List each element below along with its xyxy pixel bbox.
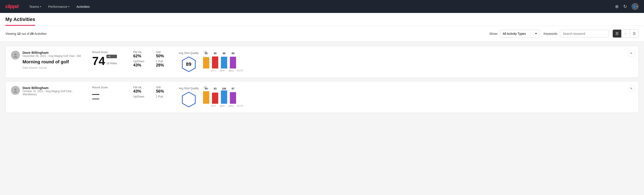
stat-label: FW Hit: [133, 51, 150, 54]
bar-container: [230, 55, 236, 68]
bar-col-arg: 106: [221, 87, 227, 104]
activities-list: Dave Billingham December 05, 2021 - Gog …: [0, 42, 644, 117]
bar-label-putt: 87: [232, 87, 234, 90]
stats-grid: FW Hit 43% GIR 56% Up/Down 1 Putt: [133, 86, 174, 98]
score-number: 74: [92, 55, 105, 67]
filter-keywords: Keywords:: [544, 30, 609, 38]
stat-value: 50%: [156, 54, 174, 58]
user-info: Dave Billingham December 05, 2021 - Gog …: [22, 51, 81, 70]
bar-label-arg: 89: [223, 52, 226, 55]
round-score-label: Round Score: [92, 86, 128, 89]
bar-chart-inner: 100 50 0 94 83 106: [203, 86, 633, 104]
avatar: [11, 51, 20, 60]
bar-fill: [212, 92, 218, 104]
stat-item: FW Hit 43%: [133, 86, 150, 94]
card-user: Dave Billingham October 16, 2021 - Gog M…: [11, 86, 87, 98]
stat-item: GIR 50%: [156, 51, 174, 58]
stat-value: 28%: [156, 63, 174, 68]
compact-view-button[interactable]: ☰: [630, 30, 638, 38]
svg-point-3: [14, 88, 16, 91]
bar-container: [230, 90, 236, 104]
user-info: Dave Billingham October 16, 2021 - Gog M…: [22, 86, 87, 98]
nav-activities[interactable]: Activities: [76, 5, 90, 8]
stat-label: 1 Putt: [156, 60, 174, 63]
stat-label: GIR: [156, 86, 174, 89]
activity-type-select[interactable]: All Activity Types: [500, 30, 540, 38]
refresh-icon[interactable]: ↻: [623, 4, 627, 9]
score-holes: 18 Holes: [106, 62, 117, 65]
user-date: October 16, 2021 - Gog Magog Golf Club -…: [22, 90, 87, 96]
bar-axis-labels: OTTAPPARGPUTT: [203, 105, 633, 107]
edit-button[interactable]: ✎: [628, 85, 635, 92]
activity-title: Morning round of golf: [22, 59, 81, 64]
nav-teams[interactable]: Teams ▾: [29, 5, 41, 8]
stat-item: Up/Down 43%: [133, 60, 150, 68]
stat-label: GIR: [156, 51, 174, 54]
search-input[interactable]: [560, 30, 609, 38]
navbar: clippd Teams ▾ Performance ▾ Activities …: [0, 0, 644, 13]
stat-item: Up/Down: [133, 95, 150, 98]
activity-card: Dave Billingham December 05, 2021 - Gog …: [5, 46, 639, 78]
bar-fill: [221, 90, 227, 104]
nav-performance[interactable]: Performance ▾: [48, 5, 70, 8]
filter-bar: Viewing 12 out of 29 Activities Show: Al…: [0, 26, 644, 42]
bar-container: [221, 55, 227, 68]
bar-col-arg: 89: [221, 52, 227, 68]
list-view-icon: ☰: [616, 32, 618, 36]
hexagon: 89: [181, 56, 196, 72]
hexagon-wrapper: Avg Shot Quality 89: [179, 52, 198, 72]
bar-fill: [230, 92, 236, 104]
edit-icon: ✎: [630, 52, 632, 55]
stat-item: 1 Putt 28%: [156, 60, 174, 68]
bar-container: [203, 90, 209, 104]
bar-axis-labels: OTTAPPARGPUTT: [203, 70, 633, 72]
card-user: Dave Billingham December 05, 2021 - Gog …: [11, 51, 87, 70]
stat-value: 62%: [133, 54, 150, 58]
grid-view-button[interactable]: ⁛: [622, 30, 630, 38]
bar-fill: [212, 56, 218, 68]
stats-grid: FW Hit 62% GIR 50% Up/Down 43% 1 Putt 28…: [133, 51, 174, 68]
filter-viewing-text: Viewing 12 out of 29 Activities: [5, 32, 486, 36]
edit-icon: ✎: [630, 87, 632, 90]
bar-col-putt: 87: [230, 87, 236, 104]
performance-chevron-icon: ▾: [68, 5, 70, 8]
grid-view-icon: ⁛: [624, 32, 627, 36]
logo[interactable]: clippd: [5, 4, 18, 9]
avatar: [11, 86, 20, 95]
score-badge: +4: [106, 55, 117, 58]
data-source: Data Source: Arccos: [22, 66, 81, 70]
bar-chart-inner: 100 50 0 85 90 89: [203, 51, 633, 68]
nav-icons: ⊕ ↻ 👤 ▾: [615, 3, 639, 10]
bar-fill: [230, 57, 236, 68]
axis-label: OTT: [210, 70, 216, 72]
svg-marker-5: [182, 92, 195, 107]
user-avatar[interactable]: 👤 ▾: [632, 3, 639, 10]
avatar-icon: 👤: [632, 5, 636, 8]
list-view-button[interactable]: ☰: [613, 30, 622, 38]
axis-label: PUTT: [237, 105, 243, 107]
bar-label-app: 83: [214, 87, 216, 90]
user-date: December 05, 2021 - Gog Magog Golf Club …: [22, 54, 81, 58]
axis-label: APP: [219, 70, 226, 72]
edit-button[interactable]: ✎: [628, 50, 635, 57]
axis-label: APP: [219, 105, 226, 107]
avatar-chevron-icon: ▾: [637, 5, 638, 8]
stat-value: 43%: [133, 63, 150, 68]
stat-label: FW Hit: [133, 86, 150, 89]
avatar-icon: [13, 88, 18, 93]
stat-value: 43%: [133, 89, 150, 94]
stat-item: GIR 56%: [156, 86, 174, 94]
add-circle-icon[interactable]: ⊕: [615, 4, 619, 9]
keywords-label: Keywords:: [544, 32, 558, 36]
bar-fill: [203, 57, 209, 68]
compact-view-icon: ☰: [632, 32, 636, 36]
view-buttons: ☰ ⁛ ☰: [612, 30, 639, 38]
teams-chevron-icon: ▾: [40, 5, 41, 8]
bar-container: [221, 90, 227, 104]
shot-quality: Avg Shot Quality 100 50 0 94: [179, 86, 633, 108]
round-score-label: Round Score: [92, 51, 128, 54]
bar-container: [203, 55, 209, 68]
stat-label: Up/Down: [133, 95, 150, 98]
axis-label: ARG: [228, 70, 234, 72]
axis-label: PUTT: [237, 70, 243, 72]
